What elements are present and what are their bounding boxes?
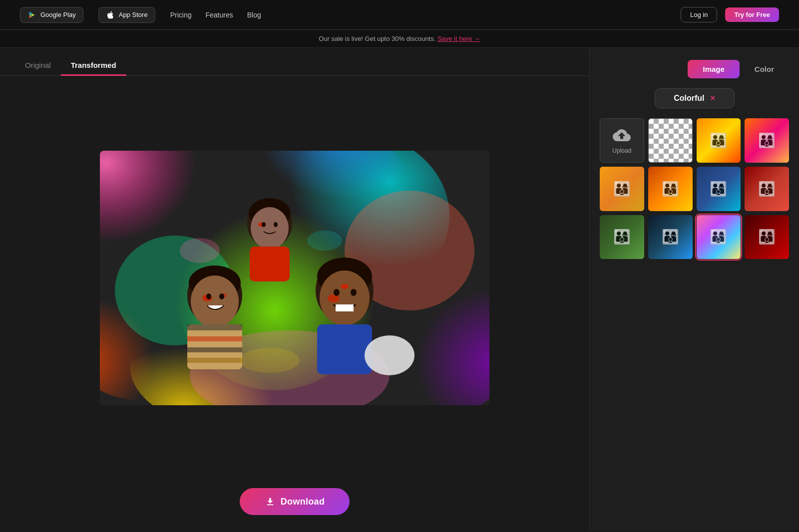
top-navigation: Google Play App Store Pricing Features B…	[0, 0, 799, 30]
svg-point-43	[365, 335, 414, 375]
app-store-button[interactable]: App Store	[98, 7, 155, 23]
thumb-5-image: 👨‍👩‍👦	[697, 167, 741, 211]
right-panel: Image Color Colorful × Upload 👨‍👩	[589, 48, 799, 530]
thumb-5[interactable]: 👨‍👩‍👦	[697, 167, 741, 211]
svg-point-44	[180, 238, 220, 263]
google-play-icon	[27, 10, 36, 19]
svg-point-20	[274, 222, 278, 227]
svg-rect-42	[317, 324, 372, 374]
svg-point-28	[219, 293, 224, 299]
thumb-2-image: 👨‍👩‍👦	[745, 118, 789, 163]
login-button[interactable]: Log in	[681, 7, 717, 22]
nav-blog[interactable]: Blog	[247, 11, 261, 19]
svg-point-40	[351, 289, 357, 296]
svg-point-17	[251, 207, 289, 249]
thumb-1-image: 👨‍👩‍👦	[697, 118, 741, 163]
svg-point-27	[206, 293, 211, 299]
thumb-1[interactable]: 👨‍👩‍👦	[697, 118, 741, 163]
download-area: Download	[0, 480, 589, 520]
colorful-tag: Colorful ×	[655, 88, 735, 108]
svg-point-36	[320, 270, 370, 325]
image-mode-button[interactable]: Image	[688, 60, 739, 78]
thumb-9-selected[interactable]: 👨‍👩‍👦	[697, 215, 741, 260]
svg-point-24	[191, 275, 239, 327]
svg-rect-32	[187, 347, 242, 352]
thumb-4[interactable]: 👨‍👩‍👦	[648, 167, 693, 211]
colorful-tag-label: Colorful	[674, 94, 704, 103]
thumb-2[interactable]: 👨‍👩‍👦	[745, 118, 789, 163]
thumb-9-image: 👨‍👩‍👦	[697, 215, 741, 260]
thumb-8-image: 👨‍👩‍👦	[648, 215, 693, 260]
promo-text: Our sale is live! Get upto 30% discounts…	[319, 35, 435, 42]
thumb-6-image: 👨‍👩‍👦	[745, 167, 789, 211]
app-store-label: App Store	[119, 11, 148, 18]
nav-right: Log in Try for Free	[681, 7, 779, 22]
nav-links: Pricing Features Blog	[170, 11, 261, 19]
thumb-10-image: 👨‍👩‍👦	[745, 215, 789, 260]
svg-rect-31	[187, 336, 242, 341]
image-area	[0, 76, 589, 480]
tabs-bar: Original Transformed	[0, 48, 589, 76]
thumb-7-image: 👨‍👩‍👦	[600, 215, 644, 260]
svg-point-45	[307, 231, 342, 251]
thumb-7[interactable]: 👨‍👩‍👦	[600, 215, 644, 260]
mode-toggle: Image Color	[600, 60, 789, 78]
svg-point-39	[334, 289, 340, 296]
upload-icon	[613, 126, 631, 144]
main-layout: Original Transformed	[0, 48, 799, 530]
upload-label: Upload	[612, 147, 631, 154]
upload-cell[interactable]: Upload	[600, 118, 644, 163]
google-play-label: Google Play	[40, 11, 76, 18]
promo-link[interactable]: Save it here →	[437, 35, 480, 42]
download-icon	[265, 496, 276, 507]
main-image-container	[100, 151, 489, 405]
left-panel: Original Transformed	[0, 48, 589, 530]
apple-icon	[106, 10, 115, 19]
download-label: Download	[281, 497, 325, 507]
svg-rect-30	[187, 324, 242, 330]
google-play-button[interactable]: Google Play	[20, 7, 83, 23]
thumb-8[interactable]: 👨‍👩‍👦	[648, 215, 693, 260]
thumbnail-grid: Upload 👨‍👩‍👦 👨‍👩‍👦 👨‍👩‍👦 👨‍👩‍👦 👨‍👩‍👦	[600, 118, 789, 259]
promo-banner: Our sale is live! Get upto 30% discounts…	[0, 30, 799, 48]
svg-rect-33	[187, 358, 242, 363]
try-free-button[interactable]: Try for Free	[725, 7, 779, 22]
download-button[interactable]: Download	[240, 488, 350, 515]
thumb-10[interactable]: 👨‍👩‍👦	[745, 215, 789, 260]
svg-point-46	[240, 348, 300, 373]
colorful-tag-row: Colorful ×	[600, 88, 789, 108]
transparent-thumb[interactable]	[648, 118, 693, 163]
nav-pricing[interactable]: Pricing	[170, 11, 192, 19]
tab-transformed[interactable]: Transformed	[61, 56, 126, 76]
tag-close-button[interactable]: ×	[710, 94, 715, 103]
thumb-3[interactable]: 👨‍👩‍👦	[600, 167, 644, 211]
svg-point-37	[341, 284, 349, 289]
main-image-svg	[100, 151, 489, 405]
svg-point-19	[262, 222, 266, 227]
nav-left: Google Play App Store Pricing Features B…	[20, 7, 261, 23]
svg-rect-41	[336, 304, 354, 311]
thumb-4-image: 👨‍👩‍👦	[648, 167, 693, 211]
thumb-6[interactable]: 👨‍👩‍👦	[745, 167, 789, 211]
thumb-3-image: 👨‍👩‍👦	[600, 167, 644, 211]
svg-rect-21	[250, 247, 290, 281]
nav-features[interactable]: Features	[205, 11, 233, 19]
tab-original[interactable]: Original	[15, 56, 61, 76]
color-mode-button[interactable]: Color	[740, 60, 789, 78]
